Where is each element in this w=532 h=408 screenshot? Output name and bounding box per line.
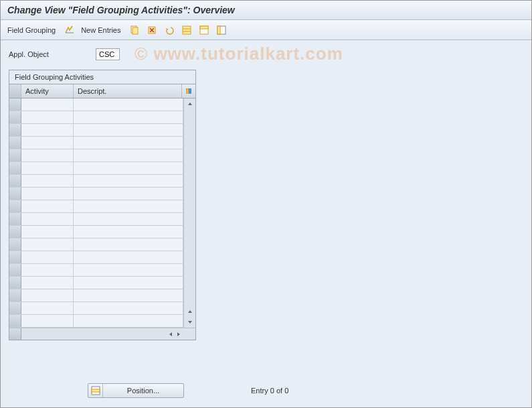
table-row[interactable]	[9, 213, 183, 226]
cell-activity[interactable]	[21, 213, 74, 225]
scroll-down-icon[interactable]	[184, 317, 195, 328]
row-selector[interactable]	[9, 200, 21, 212]
cell-descript[interactable]	[74, 226, 183, 238]
cell-activity[interactable]	[21, 264, 74, 276]
appl-object-input[interactable]	[96, 48, 120, 60]
table-row[interactable]	[9, 124, 183, 137]
horizontal-scrollbar[interactable]	[75, 328, 183, 340]
cell-activity[interactable]	[21, 149, 74, 161]
col-descript-header[interactable]: Descript.	[74, 84, 182, 98]
table-row[interactable]	[9, 200, 183, 213]
table-row[interactable]	[9, 175, 183, 188]
scroll-left-icon[interactable]	[167, 329, 174, 340]
row-selector[interactable]	[9, 277, 21, 289]
scroll-track[interactable]	[184, 109, 195, 306]
scroll-right-icon[interactable]	[175, 329, 182, 340]
cell-activity[interactable]	[21, 277, 74, 289]
row-selector[interactable]	[9, 162, 21, 174]
row-selector[interactable]	[9, 239, 21, 251]
row-selector[interactable]	[9, 137, 21, 149]
row-selector[interactable]	[9, 315, 21, 327]
hscroll-thumb[interactable]	[76, 330, 165, 338]
table-row[interactable]	[9, 149, 183, 162]
table-row[interactable]	[9, 264, 183, 277]
row-selector[interactable]	[9, 188, 21, 200]
cell-activity[interactable]	[21, 226, 74, 238]
col-config-header[interactable]	[182, 84, 195, 98]
grid-header: Activity Descript.	[9, 84, 195, 98]
row-selector[interactable]	[9, 175, 21, 187]
table-row[interactable]	[9, 302, 183, 315]
cell-descript[interactable]	[74, 302, 183, 314]
cell-descript[interactable]	[74, 213, 183, 225]
undo-icon[interactable]	[163, 24, 175, 36]
delete-icon[interactable]	[146, 24, 158, 36]
cell-descript[interactable]	[74, 162, 183, 174]
row-selector[interactable]	[9, 111, 21, 123]
table-row[interactable]	[9, 251, 183, 264]
table-row[interactable]	[9, 137, 183, 149]
cell-descript[interactable]	[74, 137, 183, 149]
toggle-icon[interactable]	[64, 24, 76, 36]
new-entries-button[interactable]: New Entries	[81, 26, 120, 34]
cell-activity[interactable]	[21, 289, 74, 301]
scroll-up2-icon[interactable]	[184, 306, 195, 317]
cell-activity[interactable]	[21, 111, 74, 123]
cell-descript[interactable]	[74, 149, 183, 161]
position-button[interactable]: Position...	[88, 383, 184, 398]
cell-descript[interactable]	[74, 277, 183, 289]
cell-descript[interactable]	[74, 251, 183, 263]
cell-descript[interactable]	[74, 124, 183, 136]
row-selector[interactable]	[9, 213, 21, 225]
cell-activity[interactable]	[21, 162, 74, 174]
row-selector[interactable]	[9, 226, 21, 238]
table-row[interactable]	[9, 111, 183, 124]
cell-activity[interactable]	[21, 239, 74, 251]
scroll-up-icon[interactable]	[184, 98, 195, 109]
table-row[interactable]	[9, 239, 183, 251]
row-selector[interactable]	[9, 302, 21, 314]
cell-activity[interactable]	[21, 251, 74, 263]
table-row[interactable]	[9, 315, 183, 328]
row-selector-header[interactable]	[9, 84, 21, 98]
cell-activity[interactable]	[21, 98, 74, 111]
cell-descript[interactable]	[74, 315, 183, 327]
field-grouping-label[interactable]: Field Grouping	[7, 26, 56, 34]
cell-descript[interactable]	[74, 98, 183, 111]
cell-activity[interactable]	[21, 175, 74, 187]
table-row[interactable]	[9, 98, 183, 111]
cell-activity[interactable]	[21, 315, 74, 327]
copy-icon[interactable]	[128, 24, 141, 36]
vertical-scrollbar[interactable]	[183, 98, 195, 328]
table-row[interactable]	[9, 226, 183, 239]
cell-descript[interactable]	[74, 289, 183, 301]
table-row[interactable]	[9, 289, 183, 302]
table-row[interactable]	[9, 188, 183, 200]
col-activity-header[interactable]: Activity	[21, 84, 74, 98]
cell-descript[interactable]	[74, 111, 183, 123]
toolbar: Field Grouping New Entries	[1, 20, 531, 40]
row-selector[interactable]	[9, 289, 21, 301]
cell-descript[interactable]	[74, 239, 183, 251]
cell-activity[interactable]	[21, 302, 74, 314]
cell-activity[interactable]	[21, 188, 74, 200]
select-all-icon[interactable]	[181, 24, 193, 36]
cell-activity[interactable]	[21, 124, 74, 136]
cell-descript[interactable]	[74, 200, 183, 212]
row-selector[interactable]	[9, 264, 21, 276]
cell-activity[interactable]	[21, 200, 74, 212]
footer-row-selector[interactable]	[9, 328, 21, 340]
cell-activity[interactable]	[21, 137, 74, 149]
table-row[interactable]	[9, 162, 183, 175]
config-icon[interactable]	[215, 24, 228, 36]
table-row[interactable]	[9, 277, 183, 289]
cell-descript[interactable]	[74, 175, 183, 187]
row-selector[interactable]	[9, 124, 21, 136]
row-selector[interactable]	[9, 251, 21, 263]
bottom-bar: Position... Entry 0 of 0	[1, 383, 531, 398]
cell-descript[interactable]	[74, 188, 183, 200]
deselect-icon[interactable]	[198, 24, 210, 36]
row-selector[interactable]	[9, 98, 21, 111]
cell-descript[interactable]	[74, 264, 183, 276]
row-selector[interactable]	[9, 149, 21, 161]
